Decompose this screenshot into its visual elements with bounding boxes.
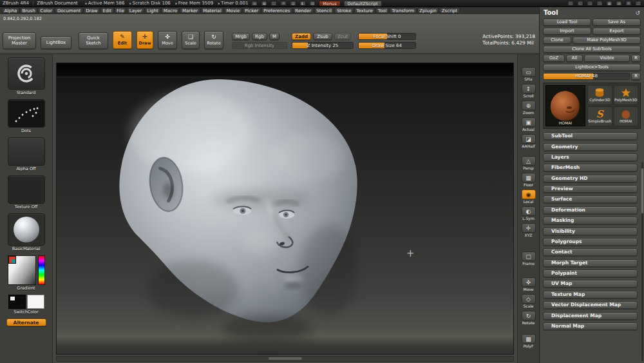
tool-section-button[interactable]: Morph Target: [543, 259, 638, 267]
menu-item[interactable]: File: [115, 8, 127, 14]
menu-item[interactable]: Color: [38, 8, 54, 14]
menu-item[interactable]: Zplugin: [417, 8, 439, 14]
hue-strip[interactable]: [38, 255, 45, 285]
quick-sketch-button[interactable]: Quick Sketch: [79, 32, 108, 49]
tool-section-button[interactable]: Surface: [543, 195, 638, 203]
tool-section-button[interactable]: Deformation: [543, 206, 638, 214]
menu-item[interactable]: Material: [201, 8, 223, 14]
edit-mode-button[interactable]: ✎ Edit: [113, 31, 132, 49]
tool-section-button[interactable]: Polypaint: [543, 270, 638, 277]
color-picker[interactable]: Gradient: [8, 255, 45, 291]
export-button[interactable]: Export: [592, 28, 641, 35]
tool-section-button[interactable]: FiberMesh: [543, 164, 638, 172]
menu-item[interactable]: Stroke: [334, 8, 353, 14]
default-zscript-button[interactable]: DefaultZScript: [344, 1, 382, 6]
stroke-thumbnail[interactable]: [8, 99, 45, 128]
titlebar-icon[interactable]: ▥: [290, 1, 296, 6]
recent-tool-polymesh3d[interactable]: PolyMesh3D: [614, 85, 638, 105]
menu-item[interactable]: Alpha: [2, 8, 19, 14]
zadd-button[interactable]: Zadd: [292, 33, 311, 40]
gradient-label[interactable]: Gradient: [17, 286, 35, 291]
main-color-swatch[interactable]: [8, 295, 26, 309]
brush-thumbnail[interactable]: [8, 57, 45, 90]
titlebar-icon[interactable]: ⊞: [280, 1, 287, 6]
canvas-control-button[interactable]: ▣ Actual: [519, 117, 538, 132]
material-selector[interactable]: BasicMaterial: [8, 213, 45, 251]
lightbox-tools-button[interactable]: Lightbox>Tools: [543, 64, 641, 71]
titlebar-icon[interactable]: ▨: [309, 1, 316, 6]
recent-tool-homai[interactable]: HOMAI: [614, 106, 638, 126]
m-button[interactable]: M: [269, 33, 279, 40]
tool-section-button[interactable]: UV Map: [543, 280, 638, 288]
titlebar-icon[interactable]: ◳: [596, 1, 603, 6]
tool-section-button[interactable]: Masking: [543, 217, 638, 224]
palette-scrollbar[interactable]: [641, 162, 643, 361]
canvas-control-button[interactable]: ▩ PolyF: [519, 334, 538, 349]
menu-item[interactable]: Macro: [161, 8, 179, 14]
scale-mode-button[interactable]: ❏ Scale: [182, 31, 200, 49]
canvas-control-button[interactable]: ▭ SPix: [519, 67, 538, 82]
rgb-intensity-slider[interactable]: Rgb Intensity: [232, 42, 287, 49]
goz-r-button[interactable]: R: [631, 55, 641, 62]
titlebar-icon[interactable]: ▦: [606, 1, 612, 6]
menu-item[interactable]: Movie: [224, 8, 242, 14]
draw-size-slider[interactable]: Draw Size 64: [358, 42, 416, 49]
canvas-control-button[interactable]: ✛ XYZ: [519, 223, 538, 238]
titlebar-icon[interactable]: ◲: [587, 1, 593, 6]
tool-section-button[interactable]: Texture Map: [543, 291, 638, 299]
canvas-control-button[interactable]: △ Persp: [519, 156, 538, 171]
alt-color-swatch[interactable]: [27, 295, 44, 309]
canvas-control-button[interactable]: ↻ Rotate: [519, 311, 538, 326]
projection-master-button[interactable]: Projection Master: [3, 32, 36, 49]
zsub-button[interactable]: Zsub: [313, 33, 332, 40]
titlebar-icon[interactable]: ◫: [635, 1, 641, 6]
menu-item[interactable]: Zscript: [439, 8, 459, 14]
menu-item[interactable]: Draw: [84, 8, 100, 14]
make-polymesh3d-button[interactable]: Make PolyMesh3D: [573, 37, 641, 44]
tool-name-slider[interactable]: HOMAI 48: [543, 73, 630, 80]
canvas-document[interactable]: +: [56, 63, 514, 355]
titlebar-icon[interactable]: ⊞: [625, 1, 632, 6]
titlebar-icon[interactable]: ◧: [299, 1, 306, 6]
titlebar-icon[interactable]: ◫: [270, 1, 277, 6]
menu-item[interactable]: Picker: [243, 8, 261, 14]
titlebar-icon[interactable]: ▤: [251, 1, 258, 6]
alpha-thumbnail[interactable]: [8, 137, 45, 166]
tool-section-button[interactable]: Layers: [543, 153, 638, 161]
scrollbar-thumb[interactable]: [269, 357, 302, 360]
clone-button[interactable]: Clone: [543, 37, 571, 44]
import-button[interactable]: Import: [543, 28, 591, 35]
titlebar-icon[interactable]: ▤: [616, 1, 622, 6]
menu-item[interactable]: Preferences: [261, 8, 292, 14]
menu-item[interactable]: Document: [55, 8, 82, 14]
recent-tool-cylinder3d[interactable]: Cylinder3D: [587, 85, 612, 105]
save-as-button[interactable]: Save As: [592, 19, 641, 26]
menu-item[interactable]: Brush: [20, 8, 37, 14]
switch-color[interactable]: SwitchColor: [8, 295, 44, 315]
tool-section-button[interactable]: SubTool: [543, 132, 638, 140]
brush-selector[interactable]: Standard: [8, 57, 45, 95]
texture-thumbnail[interactable]: [8, 175, 45, 204]
tool-section-button[interactable]: Geometry HD: [543, 175, 638, 182]
z-intensity-slider[interactable]: Z Intensity 25: [292, 42, 354, 49]
menu-item[interactable]: Render: [293, 8, 314, 14]
canvas-control-button[interactable]: ▢ Frame: [519, 251, 538, 266]
rotate-mode-button[interactable]: ↻ Rotate: [204, 31, 223, 49]
titlebar-icon[interactable]: ◱: [577, 1, 583, 6]
draw-mode-button[interactable]: ✛ Draw: [137, 31, 153, 49]
rgb-button[interactable]: Rgb: [252, 33, 267, 40]
tool-section-button[interactable]: Polygroups: [543, 238, 638, 246]
canvas-control-button[interactable]: ↕ Scroll: [519, 84, 538, 99]
canvas-control-button[interactable]: ◐ L.Sym: [519, 206, 538, 221]
goz-all-button[interactable]: All: [566, 55, 583, 62]
menu-item[interactable]: Tool: [375, 8, 389, 14]
focal-shift-slider[interactable]: Focal Shift 0: [358, 33, 416, 40]
load-tool-button[interactable]: Load Tool: [543, 19, 591, 26]
menu-item[interactable]: Marker: [180, 8, 200, 14]
tool-section-button[interactable]: Contact: [543, 248, 638, 256]
tool-section-button[interactable]: Vector Displacement Map: [543, 301, 638, 309]
tool-section-button[interactable]: Preview: [543, 185, 638, 193]
menu-item[interactable]: Texture: [354, 8, 375, 14]
titlebar-icon[interactable]: ◰: [567, 1, 574, 6]
titlebar-icon[interactable]: ▦: [261, 1, 267, 6]
